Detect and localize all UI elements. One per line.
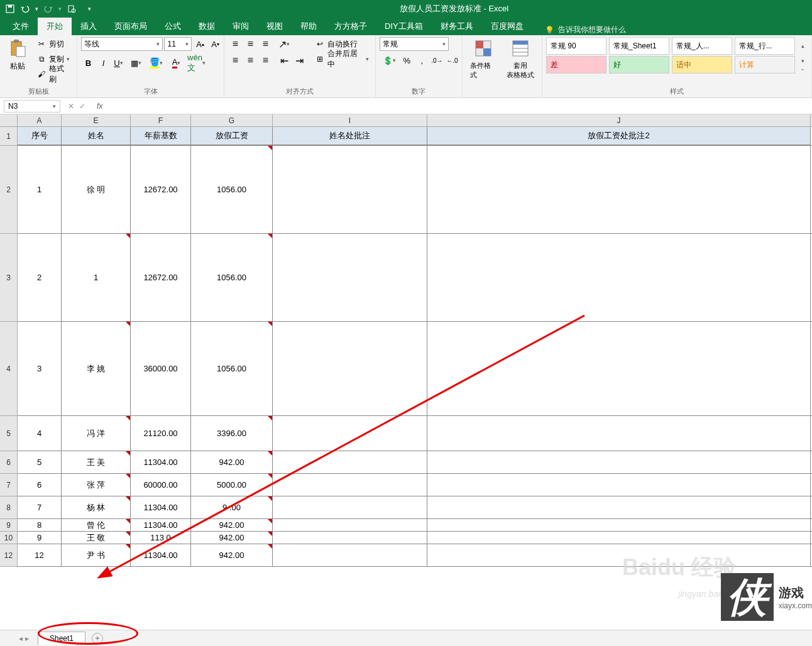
row-header-2[interactable]: 2 [0, 146, 18, 234]
sheet-nav-next[interactable]: ▸ [25, 634, 29, 643]
row-header-8[interactable]: 8 [0, 496, 18, 519]
tab-layout[interactable]: 页面布局 [106, 18, 156, 35]
column-header-F[interactable]: F [131, 114, 191, 126]
cell-F-5[interactable]: 21120.00 [131, 416, 191, 451]
cell-I-8[interactable] [273, 496, 427, 518]
tab-help[interactable]: 帮助 [292, 18, 326, 35]
formula-input[interactable] [106, 100, 812, 112]
cell-I-2[interactable] [273, 146, 427, 233]
cell-F-6[interactable]: 11304.00 [131, 451, 191, 473]
bold-button[interactable]: B [81, 56, 95, 70]
column-header-E[interactable]: E [62, 114, 131, 126]
cell-A-5[interactable]: 4 [18, 416, 62, 451]
cell-A-10[interactable]: 9 [18, 532, 62, 544]
phonetic-button[interactable]: wén文▾ [187, 56, 206, 70]
italic-button[interactable]: I [96, 56, 110, 70]
cell-E-9[interactable]: 曾 伦 [62, 519, 131, 531]
indent-decrease-button[interactable]: ⇤ [277, 53, 291, 67]
header-cell-I[interactable]: 姓名处批注 [273, 127, 427, 145]
row-header-6[interactable]: 6 [0, 451, 18, 474]
column-header-A[interactable]: A [18, 114, 62, 126]
align-middle-button[interactable]: ≡ [243, 37, 257, 51]
header-cell-J[interactable]: 放假工资处批注2 [427, 127, 811, 145]
style-neutral[interactable]: 适中 [672, 56, 732, 74]
save-icon[interactable] [5, 4, 15, 14]
tab-view[interactable]: 视图 [258, 18, 292, 35]
orientation-button[interactable]: ↗▾ [277, 37, 291, 51]
font-color-button[interactable]: A▾ [167, 56, 185, 70]
cell-A-8[interactable]: 7 [18, 496, 62, 518]
indent-increase-button[interactable]: ⇥ [292, 53, 306, 67]
cell-G-6[interactable]: 942.00 [191, 451, 273, 473]
cell-G-5[interactable]: 3396.00 [191, 416, 273, 451]
cells-area[interactable]: 序号姓名年薪基数放假工资姓名处批注放假工资处批注21徐 明12672.00105… [18, 127, 812, 567]
style-normal-hang[interactable]: 常规_行... [735, 37, 795, 55]
column-header-J[interactable]: J [427, 114, 811, 126]
cell-J-10[interactable] [427, 532, 811, 544]
redo-dropdown[interactable]: ▾ [58, 6, 62, 12]
row-header-5[interactable]: 5 [0, 416, 18, 451]
cell-A-12[interactable]: 12 [18, 544, 62, 566]
sheet-tab-sheet1[interactable]: Sheet1 [38, 632, 85, 645]
header-cell-F[interactable]: 年薪基数 [131, 127, 191, 145]
percent-button[interactable]: % [400, 53, 414, 67]
font-size-combo[interactable]: 11▾ [164, 37, 192, 51]
tab-square[interactable]: 方方格子 [326, 18, 376, 35]
cell-F-10[interactable]: 113 0 [131, 532, 191, 544]
cell-J-5[interactable] [427, 416, 811, 451]
cell-F-2[interactable]: 12672.00 [131, 146, 191, 233]
cell-F-8[interactable]: 11304.00 [131, 496, 191, 518]
row-header-1[interactable]: 1 [0, 127, 18, 146]
font-family-combo[interactable]: 等线▾ [81, 37, 163, 51]
row-header-7[interactable]: 7 [0, 474, 18, 496]
accept-formula-icon[interactable]: ✓ [79, 102, 85, 111]
conditional-format-button[interactable]: 条件格式 [466, 37, 500, 81]
cell-J-4[interactable] [427, 322, 811, 415]
cell-A-7[interactable]: 6 [18, 474, 62, 496]
style-normal-90[interactable]: 常规 90 [546, 37, 606, 55]
undo-icon[interactable] [20, 4, 30, 14]
increase-decimal-button[interactable]: .0→ [430, 53, 444, 67]
align-right-button[interactable]: ≡ [258, 53, 272, 67]
undo-dropdown[interactable]: ▾ [35, 6, 38, 12]
cell-E-3[interactable]: 1 [62, 234, 131, 321]
qat-more[interactable]: ▾ [88, 6, 91, 12]
cell-E-10[interactable]: 王 敬 [62, 532, 131, 544]
cell-I-5[interactable] [273, 416, 427, 451]
number-format-combo[interactable]: 常规▾ [380, 37, 449, 51]
align-center-button[interactable]: ≡ [243, 53, 257, 67]
paste-button[interactable]: 粘贴 [4, 37, 31, 73]
cell-G-4[interactable]: 1056.00 [191, 322, 273, 415]
cell-G-10[interactable]: 942.00 [191, 532, 273, 544]
cancel-formula-icon[interactable]: ✕ [68, 102, 74, 111]
style-good[interactable]: 好 [609, 56, 669, 74]
cell-I-9[interactable] [273, 519, 427, 531]
merge-center-button[interactable]: ⊞合并后居中▾ [312, 52, 371, 66]
cell-I-3[interactable] [273, 234, 427, 321]
name-box[interactable]: N3▾ [4, 100, 60, 112]
cell-E-8[interactable]: 杨 林 [62, 496, 131, 518]
sheet-nav-prev[interactable]: ◂ [19, 634, 23, 643]
cell-F-12[interactable]: 11304.00 [131, 544, 191, 566]
cell-J-3[interactable] [427, 234, 811, 321]
cell-A-3[interactable]: 2 [18, 234, 62, 321]
cell-E-7[interactable]: 张 萍 [62, 474, 131, 496]
row-header-9[interactable]: 9 [0, 519, 18, 532]
cell-E-2[interactable]: 徐 明 [62, 146, 131, 233]
header-cell-E[interactable]: 姓名 [62, 127, 131, 145]
cell-J-6[interactable] [427, 451, 811, 473]
cell-A-9[interactable]: 8 [18, 519, 62, 531]
style-scroll-down[interactable]: ▾ [801, 58, 804, 64]
column-header-I[interactable]: I [273, 114, 427, 126]
tell-me-search[interactable]: 💡 告诉我你想要做什么 [545, 25, 626, 35]
cell-G-12[interactable]: 942.00 [191, 544, 273, 566]
format-painter-button[interactable]: 🖌格式刷 [34, 67, 73, 81]
cell-G-2[interactable]: 1056.00 [191, 146, 273, 233]
underline-button[interactable]: U▾ [111, 56, 125, 70]
tab-formulas[interactable]: 公式 [156, 18, 190, 35]
cell-E-4[interactable]: 李 姚 [62, 322, 131, 415]
cell-A-4[interactable]: 3 [18, 322, 62, 415]
cell-E-5[interactable]: 冯 洋 [62, 416, 131, 451]
cell-J-2[interactable] [427, 146, 811, 233]
cell-F-4[interactable]: 36000.00 [131, 322, 191, 415]
